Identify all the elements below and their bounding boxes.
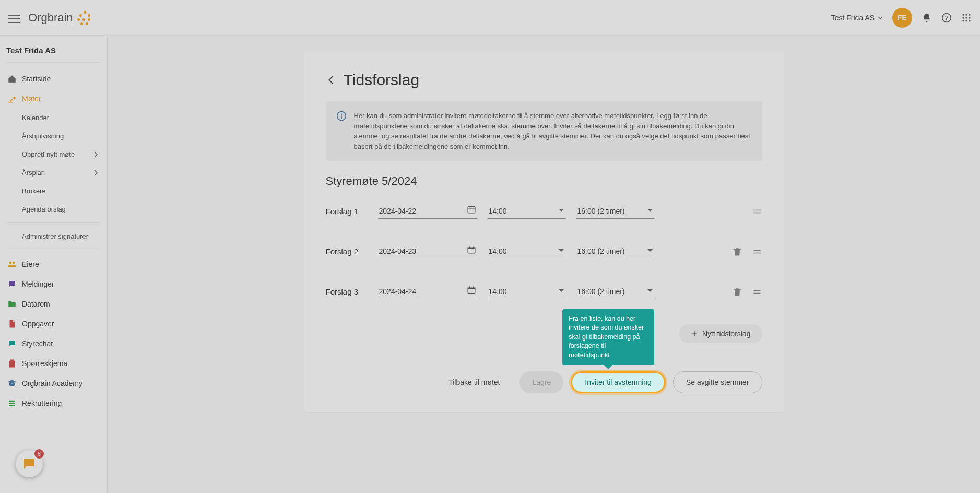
org-name: Test Frida AS <box>831 14 875 22</box>
date-field[interactable] <box>378 244 477 259</box>
back-arrow-icon[interactable] <box>326 74 337 86</box>
sidebar-item-m-ter[interactable]: Møter <box>6 89 101 109</box>
chat-widget[interactable]: 8 <box>16 450 43 477</box>
sidebar-item-label: Eiere <box>22 260 39 268</box>
svg-point-5 <box>963 17 964 18</box>
logo: Orgbrain <box>28 9 94 27</box>
sidebar-item-label: Årsplan <box>22 169 45 177</box>
sidebar-item-eiere[interactable]: Eiere <box>6 254 101 274</box>
svg-point-3 <box>965 14 967 15</box>
drag-handle-icon[interactable] <box>752 246 762 257</box>
info-text: Her kan du som administrator invitere mø… <box>354 111 752 151</box>
apps-icon[interactable] <box>961 13 972 23</box>
duration-value: 16:00 (2 timer) <box>576 244 655 259</box>
date-field[interactable] <box>378 284 477 299</box>
time-select[interactable]: 14:00 <box>488 204 566 219</box>
time-select[interactable]: 14:00 <box>488 284 566 299</box>
sidebar-item-label: Spørreskjema <box>22 359 67 368</box>
sidebar-item-styrechat[interactable]: Styrechat <box>6 334 101 354</box>
duration-value: 16:00 (2 timer) <box>576 204 655 219</box>
sidebar-item--rsplan[interactable]: Årsplan <box>6 163 101 182</box>
date-input[interactable] <box>378 244 477 259</box>
avatar[interactable]: FE <box>892 8 912 28</box>
proposal-row: Forslag 314:0016:00 (2 timer) <box>326 284 762 299</box>
sidebar-title: Test Frida AS <box>6 46 101 63</box>
logo-icon <box>76 9 94 27</box>
sidebar-item-rekruttering[interactable]: Rekruttering <box>6 393 101 413</box>
sidebar-item-oppgaver[interactable]: Oppgaver <box>6 314 101 334</box>
trash-icon[interactable] <box>732 287 742 297</box>
sidebar-item-datarom[interactable]: Datarom <box>6 294 101 314</box>
svg-point-8 <box>963 20 964 21</box>
add-proposal-label: Nytt tidsforslag <box>702 330 751 338</box>
trash-icon[interactable] <box>732 246 742 257</box>
sidebar-item-label: Opprett nytt møte <box>22 150 75 158</box>
sidebar: Test Frida AS StartsideMøterKalenderÅrsh… <box>0 36 108 493</box>
time-value: 14:00 <box>488 204 566 219</box>
calendar-icon[interactable] <box>467 205 476 214</box>
people-icon <box>7 260 17 269</box>
folder-icon <box>7 299 17 309</box>
sidebar-item-meldinger[interactable]: Meldinger <box>6 274 101 294</box>
sidebar-item-administrer-signaturer[interactable]: Administrer signaturer <box>6 227 101 245</box>
gavel-icon <box>7 94 17 103</box>
chat-bubble-icon <box>21 456 37 472</box>
calendar-icon[interactable] <box>467 245 476 254</box>
date-input[interactable] <box>378 284 477 299</box>
sidebar-item-label: Startside <box>22 75 51 83</box>
svg-point-6 <box>965 17 967 18</box>
duration-select[interactable]: 16:00 (2 timer) <box>576 284 655 299</box>
chat-badge: 8 <box>34 449 44 459</box>
svg-rect-14 <box>468 207 475 213</box>
invite-vote-button[interactable]: Inviter til avstemning <box>571 371 666 393</box>
info-icon <box>336 111 347 121</box>
chevron-right-icon <box>93 170 98 176</box>
date-input[interactable] <box>378 204 477 219</box>
sidebar-item-opprett-nytt-m-te[interactable]: Opprett nytt møte <box>6 145 101 163</box>
time-select[interactable]: 14:00 <box>488 244 566 259</box>
proposal-row: Forslag 114:0016:00 (2 timer) <box>326 204 762 219</box>
home-icon <box>7 74 17 84</box>
bell-icon[interactable] <box>922 13 932 23</box>
sidebar-item-label: Administrer signaturer <box>22 232 88 240</box>
top-bar: Orgbrain Test Frida AS FE ? <box>0 0 980 36</box>
menu-icon[interactable] <box>8 12 20 24</box>
sidebar-item--rshjulvisning[interactable]: Årshjulvisning <box>6 127 101 145</box>
page-title-row: Tidsforslag <box>326 71 762 89</box>
file-icon <box>7 319 17 328</box>
proposal-label: Forslag 2 <box>326 247 368 256</box>
drag-handle-icon[interactable] <box>752 287 762 297</box>
proposal-row: Forslag 214:0016:00 (2 timer) <box>326 244 762 259</box>
sidebar-item-brukere[interactable]: Brukere <box>6 182 101 200</box>
back-to-meeting-button[interactable]: Tilbake til møtet <box>436 371 512 393</box>
academy-icon <box>7 379 17 388</box>
org-selector[interactable]: Test Frida AS <box>831 14 883 22</box>
onboarding-tooltip: Fra en liste, kan du her invitere de som… <box>562 309 654 366</box>
sidebar-item-kalender[interactable]: Kalender <box>6 109 101 127</box>
svg-point-7 <box>969 17 970 18</box>
sidebar-item-orgbrain-academy[interactable]: Orgbrain Academy <box>6 373 101 393</box>
sidebar-item-agendaforslag[interactable]: Agendaforslag <box>6 200 101 218</box>
duration-value: 16:00 (2 timer) <box>576 284 655 299</box>
svg-text:?: ? <box>945 14 949 21</box>
sidebar-item-label: Brukere <box>22 187 46 195</box>
sidebar-item-startside[interactable]: Startside <box>6 69 101 89</box>
duration-select[interactable]: 16:00 (2 timer) <box>576 204 655 219</box>
calendar-icon[interactable] <box>467 285 476 295</box>
add-proposal-button[interactable]: Nytt tidsforslag <box>679 324 762 343</box>
svg-point-4 <box>969 14 970 15</box>
sidebar-item-label: Møter <box>22 95 41 103</box>
help-icon[interactable]: ? <box>941 13 952 23</box>
svg-point-12 <box>340 113 342 115</box>
sidebar-item-label: Styrechat <box>22 339 53 348</box>
save-button: Lagre <box>519 371 563 393</box>
date-field[interactable] <box>378 204 477 219</box>
sidebar-item-label: Agendaforslag <box>22 205 66 213</box>
proposal-label: Forslag 1 <box>326 207 368 216</box>
see-votes-button[interactable]: Se avgitte stemmer <box>673 371 762 393</box>
chat-icon <box>7 339 17 348</box>
sidebar-item-sp-rreskjema[interactable]: Spørreskjema <box>6 354 101 373</box>
drag-handle-icon[interactable] <box>752 206 762 217</box>
duration-select[interactable]: 16:00 (2 timer) <box>576 244 655 259</box>
meeting-name: Styremøte 5/2024 <box>326 174 762 188</box>
